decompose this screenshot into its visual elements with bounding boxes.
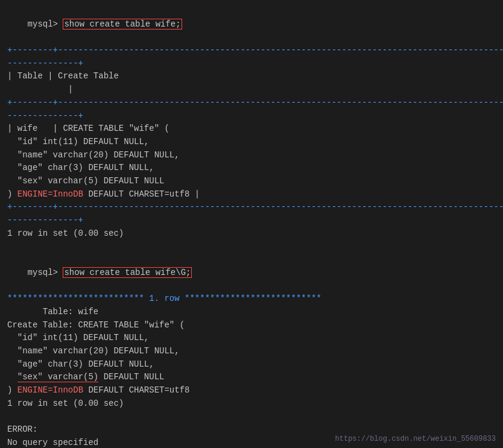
table-header-row2: | — [7, 83, 496, 96]
data-row-name: "name" varchar(20) DEFAULT NULL, — [7, 149, 496, 162]
cmd-2: show create table wife\G; — [63, 267, 192, 278]
data-row-wife: | wife | CREATE TABLE "wife" ( — [7, 122, 496, 136]
data-row-engine: ) ENGINE=InnoDB DEFAULT CHARSET=utf8 | — [7, 188, 496, 201]
terminal-window: mysql> show create table wife; +--------… — [0, 0, 503, 448]
data-row-id: "id" int(11) DEFAULT NULL, — [7, 136, 496, 149]
separator-1b: --------------+ — [7, 57, 496, 71]
vrow-table: Table: wife — [7, 306, 496, 319]
vrow-id: "id" int(11) DEFAULT NULL, — [7, 332, 496, 345]
row-count-1: 1 row in set (0.00 sec) — [7, 227, 496, 241]
prompt-1: mysql> — [28, 19, 63, 29]
line-cmd2: mysql> show create table wife\G; — [7, 253, 496, 292]
separator-3: +--------+------------------------------… — [7, 201, 496, 214]
vrow-create: Create Table: CREATE TABLE "wife" ( — [7, 319, 496, 332]
watermark: https://blog.csdn.net/weixin_55609833 — [335, 435, 496, 443]
separator-3b: --------------+ — [7, 214, 496, 227]
prompt-2: mysql> — [28, 268, 63, 277]
engine-keyword: ENGINE=InnoDB — [17, 189, 83, 199]
data-row-age: "age" char(3) DEFAULT NULL, — [7, 162, 496, 175]
table-header-row: | Table | Create Table — [7, 70, 496, 83]
sex-underline: "sex" varchar(5) — [17, 372, 98, 382]
blank-1 — [7, 240, 496, 253]
cmd-1: show create table wife; — [63, 19, 182, 30]
data-row-sex: "sex" varchar(5) DEFAULT NULL — [7, 175, 496, 188]
vrow-engine: ) ENGINE=InnoDB DEFAULT CHARSET=utf8 — [7, 384, 496, 397]
separator-1: +--------+------------------------------… — [7, 44, 496, 57]
row-count-2: 1 row in set (0.00 sec) — [7, 397, 496, 411]
line-1: mysql> show create table wife; — [7, 5, 496, 44]
blank-2 — [7, 410, 496, 423]
separator-2: +--------+------------------------------… — [7, 96, 496, 110]
vrow-age: "age" char(3) DEFAULT NULL, — [7, 358, 496, 371]
vrow-sex: "sex" varchar(5) DEFAULT NULL — [7, 371, 496, 384]
engine-keyword-2: ENGINE=InnoDB — [17, 385, 83, 395]
vrow-name: "name" varchar(20) DEFAULT NULL, — [7, 345, 496, 358]
star-row: *************************** 1. row *****… — [7, 292, 496, 306]
separator-2b: --------------+ — [7, 110, 496, 123]
